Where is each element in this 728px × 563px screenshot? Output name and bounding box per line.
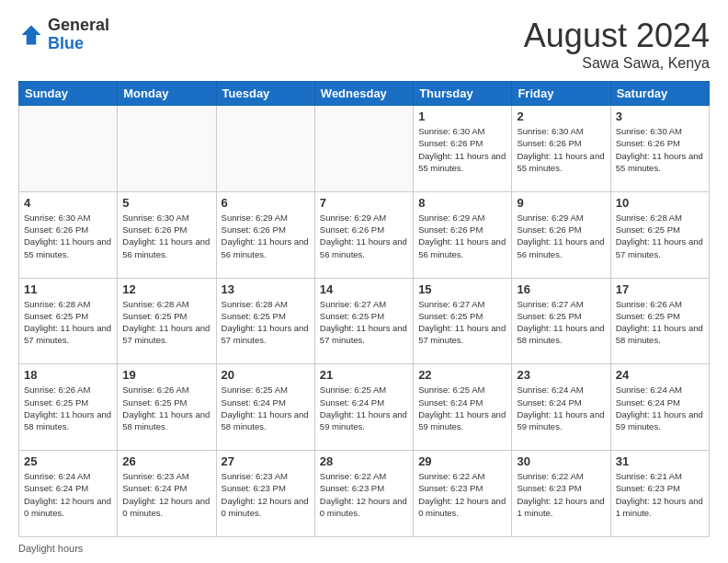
day-info: Sunrise: 6:22 AM Sunset: 6:23 PM Dayligh… [418, 470, 506, 519]
calendar-cell: 15Sunrise: 6:27 AM Sunset: 6:25 PM Dayli… [414, 278, 512, 364]
calendar-cell: 7Sunrise: 6:29 AM Sunset: 6:26 PM Daylig… [314, 191, 413, 278]
day-info: Sunrise: 6:25 AM Sunset: 6:24 PM Dayligh… [222, 384, 310, 432]
calendar-cell: 13Sunrise: 6:28 AM Sunset: 6:25 PM Dayli… [216, 278, 314, 364]
calendar-body: 1Sunrise: 6:30 AM Sunset: 6:26 PM Daylig… [19, 106, 710, 537]
day-number: 23 [517, 368, 605, 382]
day-info: Sunrise: 6:23 AM Sunset: 6:24 PM Dayligh… [122, 470, 210, 519]
calendar-cell: 31Sunrise: 6:21 AM Sunset: 6:23 PM Dayli… [610, 451, 709, 537]
day-number: 30 [517, 454, 605, 468]
col-tuesday: Tuesday [216, 82, 314, 106]
day-number: 14 [320, 282, 408, 296]
calendar-week-row: 1Sunrise: 6:30 AM Sunset: 6:26 PM Daylig… [19, 106, 710, 192]
day-info: Sunrise: 6:24 AM Sunset: 6:24 PM Dayligh… [517, 384, 605, 432]
day-number: 26 [122, 454, 210, 468]
svg-marker-0 [22, 25, 41, 44]
calendar-cell: 17Sunrise: 6:26 AM Sunset: 6:25 PM Dayli… [610, 278, 709, 364]
day-info: Sunrise: 6:26 AM Sunset: 6:25 PM Dayligh… [122, 384, 210, 432]
day-number: 8 [418, 196, 506, 210]
calendar-cell [216, 106, 314, 192]
calendar-cell: 3Sunrise: 6:30 AM Sunset: 6:26 PM Daylig… [610, 106, 709, 192]
day-number: 28 [320, 454, 408, 468]
calendar-cell: 24Sunrise: 6:24 AM Sunset: 6:24 PM Dayli… [610, 364, 709, 451]
calendar-cell: 5Sunrise: 6:30 AM Sunset: 6:26 PM Daylig… [118, 191, 216, 278]
calendar-cell: 27Sunrise: 6:23 AM Sunset: 6:23 PM Dayli… [216, 451, 314, 537]
day-number: 16 [517, 282, 605, 296]
calendar-cell: 29Sunrise: 6:22 AM Sunset: 6:23 PM Dayli… [414, 451, 512, 537]
day-info: Sunrise: 6:30 AM Sunset: 6:26 PM Dayligh… [418, 125, 506, 174]
day-info: Sunrise: 6:25 AM Sunset: 6:24 PM Dayligh… [418, 384, 506, 432]
day-number: 3 [616, 109, 704, 123]
month-title: August 2024 [524, 17, 710, 55]
day-info: Sunrise: 6:26 AM Sunset: 6:25 PM Dayligh… [616, 298, 704, 347]
calendar-cell: 8Sunrise: 6:29 AM Sunset: 6:26 PM Daylig… [414, 191, 512, 278]
day-number: 24 [616, 368, 704, 382]
day-number: 1 [418, 109, 506, 123]
day-info: Sunrise: 6:27 AM Sunset: 6:25 PM Dayligh… [320, 298, 408, 347]
calendar-cell [118, 106, 216, 192]
day-info: Sunrise: 6:29 AM Sunset: 6:26 PM Dayligh… [320, 212, 408, 260]
day-info: Sunrise: 6:28 AM Sunset: 6:25 PM Dayligh… [616, 212, 704, 260]
calendar-cell: 4Sunrise: 6:30 AM Sunset: 6:26 PM Daylig… [19, 191, 118, 278]
day-info: Sunrise: 6:24 AM Sunset: 6:24 PM Dayligh… [616, 384, 704, 432]
calendar-cell: 28Sunrise: 6:22 AM Sunset: 6:23 PM Dayli… [314, 451, 413, 537]
calendar-week-row: 25Sunrise: 6:24 AM Sunset: 6:24 PM Dayli… [19, 451, 710, 537]
day-info: Sunrise: 6:30 AM Sunset: 6:26 PM Dayligh… [122, 212, 210, 260]
day-info: Sunrise: 6:30 AM Sunset: 6:26 PM Dayligh… [517, 125, 605, 174]
col-friday: Friday [512, 82, 610, 106]
calendar-week-row: 4Sunrise: 6:30 AM Sunset: 6:26 PM Daylig… [19, 191, 710, 278]
calendar-cell: 25Sunrise: 6:24 AM Sunset: 6:24 PM Dayli… [19, 451, 118, 537]
calendar-cell [314, 106, 413, 192]
col-thursday: Thursday [414, 82, 512, 106]
col-saturday: Saturday [610, 82, 709, 106]
day-number: 20 [222, 368, 310, 382]
day-number: 13 [222, 282, 310, 296]
calendar-cell: 19Sunrise: 6:26 AM Sunset: 6:25 PM Dayli… [118, 364, 216, 451]
day-info: Sunrise: 6:29 AM Sunset: 6:26 PM Dayligh… [222, 212, 310, 260]
calendar-cell: 22Sunrise: 6:25 AM Sunset: 6:24 PM Dayli… [414, 364, 512, 451]
calendar-header-row: Sunday Monday Tuesday Wednesday Thursday… [19, 82, 710, 106]
calendar-cell: 12Sunrise: 6:28 AM Sunset: 6:25 PM Dayli… [118, 278, 216, 364]
header: General Blue August 2024 Sawa Sawa, Keny… [18, 17, 710, 72]
day-info: Sunrise: 6:21 AM Sunset: 6:23 PM Dayligh… [616, 470, 704, 519]
day-number: 10 [616, 196, 704, 210]
day-number: 22 [418, 368, 506, 382]
day-info: Sunrise: 6:28 AM Sunset: 6:25 PM Dayligh… [24, 298, 112, 347]
col-monday: Monday [118, 82, 216, 106]
day-number: 27 [222, 454, 310, 468]
calendar-cell: 30Sunrise: 6:22 AM Sunset: 6:23 PM Dayli… [512, 451, 610, 537]
calendar-week-row: 11Sunrise: 6:28 AM Sunset: 6:25 PM Dayli… [19, 278, 710, 364]
day-info: Sunrise: 6:29 AM Sunset: 6:26 PM Dayligh… [517, 212, 605, 260]
day-info: Sunrise: 6:30 AM Sunset: 6:26 PM Dayligh… [24, 212, 112, 260]
calendar-cell: 18Sunrise: 6:26 AM Sunset: 6:25 PM Dayli… [19, 364, 118, 451]
day-number: 19 [122, 368, 210, 382]
logo-blue: Blue [48, 35, 109, 53]
calendar-cell: 2Sunrise: 6:30 AM Sunset: 6:26 PM Daylig… [512, 106, 610, 192]
calendar-cell: 9Sunrise: 6:29 AM Sunset: 6:26 PM Daylig… [512, 191, 610, 278]
day-number: 29 [418, 454, 506, 468]
day-info: Sunrise: 6:28 AM Sunset: 6:25 PM Dayligh… [222, 298, 310, 347]
calendar-cell [19, 106, 118, 192]
page: General Blue August 2024 Sawa Sawa, Keny… [0, 0, 728, 563]
day-info: Sunrise: 6:29 AM Sunset: 6:26 PM Dayligh… [418, 212, 506, 260]
day-number: 5 [122, 196, 210, 210]
day-info: Sunrise: 6:27 AM Sunset: 6:25 PM Dayligh… [418, 298, 506, 347]
calendar-cell: 14Sunrise: 6:27 AM Sunset: 6:25 PM Dayli… [314, 278, 413, 364]
calendar-cell: 1Sunrise: 6:30 AM Sunset: 6:26 PM Daylig… [414, 106, 512, 192]
logo: General Blue [18, 17, 109, 53]
day-info: Sunrise: 6:27 AM Sunset: 6:25 PM Dayligh… [517, 298, 605, 347]
col-wednesday: Wednesday [314, 82, 413, 106]
day-number: 2 [517, 109, 605, 123]
calendar-cell: 20Sunrise: 6:25 AM Sunset: 6:24 PM Dayli… [216, 364, 314, 451]
day-number: 11 [24, 282, 112, 296]
day-info: Sunrise: 6:23 AM Sunset: 6:23 PM Dayligh… [222, 470, 310, 519]
calendar-cell: 26Sunrise: 6:23 AM Sunset: 6:24 PM Dayli… [118, 451, 216, 537]
calendar-cell: 6Sunrise: 6:29 AM Sunset: 6:26 PM Daylig… [216, 191, 314, 278]
day-number: 21 [320, 368, 408, 382]
day-number: 18 [24, 368, 112, 382]
day-number: 4 [24, 196, 112, 210]
day-number: 7 [320, 196, 408, 210]
day-info: Sunrise: 6:22 AM Sunset: 6:23 PM Dayligh… [320, 470, 408, 519]
calendar-cell: 10Sunrise: 6:28 AM Sunset: 6:25 PM Dayli… [610, 191, 709, 278]
day-info: Sunrise: 6:30 AM Sunset: 6:26 PM Dayligh… [616, 125, 704, 174]
calendar-table: Sunday Monday Tuesday Wednesday Thursday… [18, 81, 710, 537]
